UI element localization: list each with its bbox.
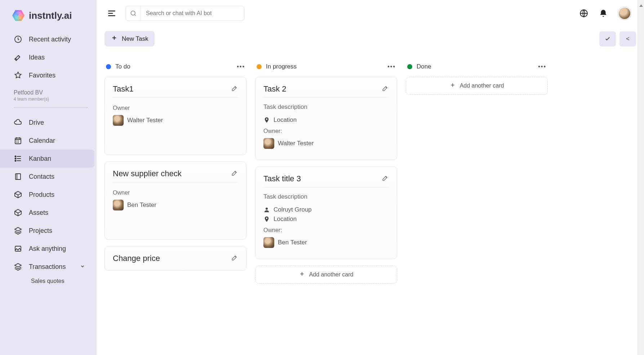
column-todo: To do ••• Task1 Owner Walter Tester: [105, 61, 247, 351]
main: New Task < To do ••• Task1: [97, 0, 644, 355]
task-card[interactable]: New supplier check Owner Ben Tester: [105, 161, 247, 240]
calendar-icon: [14, 136, 22, 145]
edit-icon[interactable]: [382, 85, 389, 93]
nav-kanban[interactable]: Kanban: [0, 150, 94, 168]
divider: [14, 107, 88, 108]
status-dot-icon: [257, 64, 262, 69]
new-task-button[interactable]: New Task: [105, 31, 155, 46]
nav-calendar[interactable]: Calendar: [0, 132, 97, 150]
column-menu-button[interactable]: •••: [538, 63, 546, 70]
cloud-icon: [14, 118, 22, 127]
owner-avatar: [113, 200, 124, 210]
confirm-button[interactable]: [599, 31, 616, 46]
card-title: Task title 3: [263, 174, 301, 183]
sidebar: instntly.ai Recent activity Ideas Favori…: [0, 0, 97, 355]
brand-text: instntly.ai: [29, 10, 72, 21]
user-avatar[interactable]: [618, 7, 631, 20]
owner-avatar: [263, 237, 274, 248]
box-icon: [14, 208, 22, 217]
owner-avatar: [113, 115, 124, 126]
add-card-label: Add another card: [460, 83, 504, 89]
task-card[interactable]: Task 2 Task description Location Owner:: [255, 77, 397, 160]
status-dot-icon: [407, 64, 412, 69]
list-icon: [14, 154, 22, 163]
card-description: Task description: [263, 98, 389, 111]
task-card[interactable]: Task1 Owner Walter Tester: [105, 77, 247, 155]
nav-label: Kanban: [29, 155, 51, 163]
bell-icon[interactable]: [599, 9, 608, 18]
column-title: Done: [417, 63, 431, 70]
star-icon: [14, 71, 22, 80]
nav-main: Drive Calendar Kanban Contacts: [0, 111, 97, 289]
image-icon: [14, 244, 22, 253]
edit-icon[interactable]: [231, 85, 238, 93]
nav-label: Calendar: [29, 137, 55, 145]
owner-name: Ben Tester: [278, 239, 307, 246]
column-header: In progress •••: [255, 61, 397, 77]
plus-icon: [299, 271, 305, 278]
nav-projects[interactable]: Projects: [0, 222, 97, 240]
location-text: Location: [274, 116, 297, 124]
owner-name: Walter Tester: [127, 117, 163, 124]
task-card[interactable]: Task title 3 Task description Colruyt Gr…: [255, 167, 397, 259]
nav-favorites[interactable]: Favorites: [0, 66, 97, 84]
person-icon: [263, 207, 270, 213]
nav-drive[interactable]: Drive: [0, 114, 97, 132]
edit-icon[interactable]: [231, 254, 238, 263]
brand-logo-icon: [12, 9, 25, 22]
scrollbar[interactable]: [638, 0, 644, 355]
plus-icon: [111, 35, 117, 43]
nav-assets[interactable]: Assets: [0, 204, 97, 222]
owner-label: Owner: [113, 98, 238, 111]
nav-label: Ideas: [29, 54, 45, 61]
nav-label: Recent activity: [29, 36, 71, 43]
plus-icon: [450, 82, 456, 89]
scroll-up-arrow-icon: [639, 4, 643, 7]
column-menu-button[interactable]: •••: [237, 63, 245, 70]
nav-label: Ask anything: [29, 245, 66, 253]
search-box[interactable]: [125, 6, 244, 21]
column-menu-button[interactable]: •••: [387, 63, 396, 70]
svg-point-3: [15, 158, 16, 159]
nav-label: Contacts: [29, 173, 54, 181]
nav-label: Projects: [29, 227, 52, 235]
add-card-button[interactable]: Add another card: [255, 266, 397, 284]
pen-icon: [14, 53, 22, 62]
nav-sales-quotes[interactable]: Sales quotes: [0, 276, 97, 289]
card-title: Task 2: [263, 84, 287, 94]
clock-icon: [14, 35, 22, 44]
location-icon: [263, 117, 270, 123]
edit-icon[interactable]: [382, 174, 389, 183]
column-in-progress: In progress ••• Task 2 Task description: [255, 61, 397, 351]
nav-ask-anything[interactable]: Ask anything: [0, 240, 97, 258]
search-icon: [126, 6, 141, 21]
nav-recent-activity[interactable]: Recent activity: [0, 30, 97, 48]
company-text: Colruyt Group: [274, 206, 312, 213]
svg-point-2: [15, 156, 16, 157]
column-done: Done ••• Add another card: [406, 61, 548, 351]
new-task-label: New Task: [122, 35, 148, 43]
topbar: [97, 0, 644, 24]
status-dot-icon: [106, 64, 111, 69]
layers-icon: [14, 262, 22, 271]
workspace-subtitle: 4 team member(s): [0, 97, 97, 105]
menu-toggle-button[interactable]: [105, 6, 119, 21]
brand[interactable]: instntly.ai: [0, 6, 97, 28]
contacts-icon: [14, 172, 22, 181]
search-input[interactable]: [141, 10, 244, 17]
owner-label: Owner:: [263, 223, 389, 234]
back-button[interactable]: <: [619, 31, 636, 46]
nav-products[interactable]: Products: [0, 186, 97, 204]
nav-ideas[interactable]: Ideas: [0, 48, 97, 66]
column-title: In progress: [266, 63, 297, 70]
task-card[interactable]: Change price: [105, 246, 247, 271]
add-card-button[interactable]: Add another card: [406, 77, 548, 95]
card-title: Task1: [113, 84, 133, 94]
nav-contacts[interactable]: Contacts: [0, 168, 97, 186]
globe-icon[interactable]: [579, 9, 589, 18]
nav-transactions[interactable]: Transactions: [0, 258, 97, 276]
owner-label: Owner: [113, 182, 238, 196]
edit-icon[interactable]: [231, 169, 238, 178]
layers-icon: [14, 226, 22, 235]
svg-point-7: [131, 11, 135, 15]
